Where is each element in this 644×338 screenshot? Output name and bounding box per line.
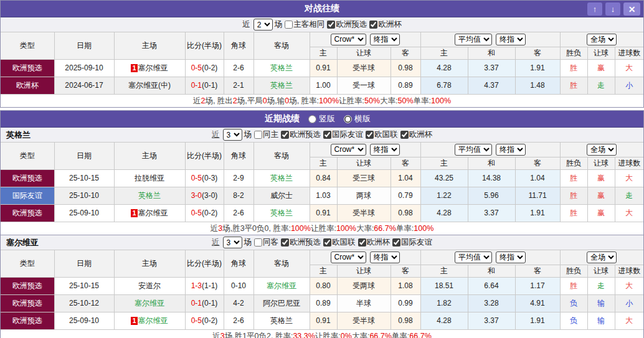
scope-select[interactable]: 全场 xyxy=(587,251,617,263)
team-name: 拉脱维亚 xyxy=(135,174,164,182)
team-name: 塞尔维亚 xyxy=(138,209,168,217)
column-header: 类型 xyxy=(1,250,54,277)
filter-checkbox-item[interactable]: 欧洲杯 xyxy=(400,129,433,140)
away-odds-cell: 0.99 xyxy=(391,294,420,312)
layout-radio-vertical[interactable]: 竖版 xyxy=(308,113,335,124)
bookmaker-select[interactable]: Crow* xyxy=(331,34,366,45)
checkbox-icon[interactable] xyxy=(369,21,377,29)
stage-select[interactable]: 终指 xyxy=(370,251,400,263)
checkbox-icon[interactable] xyxy=(392,238,400,246)
summary-segment: 场,输 xyxy=(267,96,285,106)
column-subheader: 主 xyxy=(420,265,468,277)
date-cell: 25-10-15 xyxy=(54,277,114,294)
average-select[interactable]: 平均值 xyxy=(455,251,492,263)
window-buttons: ↑↓✕ xyxy=(587,2,640,16)
match-count-select[interactable]: 3 xyxy=(223,237,242,248)
dropdown-group-cell: 全场 xyxy=(560,32,643,47)
result-goals-cell: 小 xyxy=(615,294,643,312)
checkbox-icon[interactable] xyxy=(366,131,374,139)
filter-checkbox-item[interactable]: 欧国联 xyxy=(366,129,398,140)
summary-segment: 大率: xyxy=(352,331,369,338)
checkbox-icon[interactable] xyxy=(281,131,289,139)
filter-checkbox-item[interactable]: 欧洲杯 xyxy=(358,237,391,248)
corner-cell: 2-6 xyxy=(224,204,253,222)
filter-checkbox-item[interactable]: 同主 xyxy=(254,129,278,140)
filter-checkbox-label: 国际友谊 xyxy=(401,237,432,248)
checkbox-icon[interactable] xyxy=(358,238,366,246)
home-odds-cell: 0.89 xyxy=(310,294,337,312)
checkbox-icon[interactable] xyxy=(254,131,262,139)
stage-select[interactable]: 终指 xyxy=(496,144,526,156)
corner-cell: 0-10 xyxy=(224,277,253,294)
stage-select[interactable]: 终指 xyxy=(496,251,526,263)
avg-draw-cell: 3.28 xyxy=(468,294,515,312)
filter-checkbox-item[interactable]: 欧洲预选 xyxy=(281,237,321,248)
checkbox-icon[interactable] xyxy=(400,131,409,139)
home-team-cell: 拉脱维亚 xyxy=(114,169,185,187)
radio-icon[interactable] xyxy=(308,115,316,123)
checkbox-icon[interactable] xyxy=(323,131,331,139)
result-wdl-cell: 负 xyxy=(560,294,587,312)
column-subheader: 和 xyxy=(468,157,515,169)
checkbox-icon[interactable] xyxy=(281,238,289,246)
avg-home-cell: 1.22 xyxy=(420,187,468,204)
close-button[interactable]: ✕ xyxy=(623,2,640,16)
score-cell: 0-1(0-1) xyxy=(185,77,224,94)
home-team-cell: 英格兰 xyxy=(114,187,185,204)
filter-checkbox-item[interactable]: 欧洲杯 xyxy=(369,19,402,30)
home-team-cell: 1塞尔维亚 xyxy=(114,312,185,329)
table-row: 欧洲预选25-09-101塞尔维亚0-5(0-2)2-6英格兰0.91受半球0.… xyxy=(1,312,643,329)
team-name: 英格兰 xyxy=(138,191,161,200)
near-label[interactable]: 近 xyxy=(212,129,220,140)
scope-select[interactable]: 全场 xyxy=(587,34,617,45)
near-label[interactable]: 近 xyxy=(212,237,220,248)
filter-checkbox-item[interactable]: 欧洲预选 xyxy=(327,19,367,30)
move-down-button[interactable]: ↓ xyxy=(605,2,620,16)
result-goals-cell: 走 xyxy=(615,187,643,204)
summary-segment: 66.7% xyxy=(374,224,395,233)
match-count-select[interactable]: 2 xyxy=(253,19,273,31)
checkbox-icon[interactable] xyxy=(254,238,262,246)
filter-checkbox-item[interactable]: 欧国联 xyxy=(323,237,356,248)
scope-select[interactable]: 全场 xyxy=(587,144,617,156)
result-handicap-cell: 走 xyxy=(587,77,615,94)
avg-draw-cell: 6.64 xyxy=(468,277,515,294)
match-count-select[interactable]: 3 xyxy=(223,129,242,141)
table-row: 欧洲预选25-09-101塞尔维亚0-5(0-2)2-6英格兰0.91受半球0.… xyxy=(1,204,643,222)
away-odds-cell: 1.08 xyxy=(391,277,420,294)
home-team-cell: 塞尔维亚(中) xyxy=(114,77,185,94)
serbia-subsection: 塞尔维亚近3场同客欧洲预选欧国联欧洲杯国际友谊 类型日期主场比分(半场)角球客场… xyxy=(1,235,643,338)
filter-checkbox-item[interactable]: 同客 xyxy=(254,237,278,248)
summary-segment: 单率: xyxy=(396,223,414,234)
date-cell: 25-09-10 xyxy=(54,312,114,329)
layout-radio-horizontal[interactable]: 横版 xyxy=(344,113,371,124)
avg-home-cell: 18.51 xyxy=(420,277,468,294)
filter-checkbox-item[interactable]: 国际友谊 xyxy=(392,237,432,248)
bookmaker-select[interactable]: Crow* xyxy=(331,251,366,263)
radio-icon[interactable] xyxy=(344,115,352,123)
home-team-cell: 1塞尔维亚 xyxy=(114,204,185,222)
column-header: 比分(半场) xyxy=(185,143,224,169)
checkbox-icon[interactable] xyxy=(327,21,335,29)
stage-select[interactable]: 终指 xyxy=(370,144,400,156)
summary-segment: 100% xyxy=(319,96,339,105)
filter-checkbox-label: 欧洲杯 xyxy=(378,19,402,30)
summary-segment: 50% xyxy=(398,96,414,105)
bookmaker-select[interactable]: Crow* xyxy=(331,144,366,156)
away-team-cell: 阿尔巴尼亚 xyxy=(253,294,310,312)
filter-checkbox-item[interactable]: 欧洲预选 xyxy=(281,129,321,140)
stage-select[interactable]: 终指 xyxy=(496,34,526,45)
column-header: 客场 xyxy=(253,143,310,169)
average-select[interactable]: 平均值 xyxy=(455,34,492,45)
filter-checkbox-item[interactable]: 主客相同 xyxy=(285,19,324,30)
rank-badge: 1 xyxy=(131,64,137,72)
average-select[interactable]: 平均值 xyxy=(455,144,492,156)
checkbox-icon[interactable] xyxy=(323,238,331,246)
h2h-titlebar: 对战往绩 ↑↓✕ xyxy=(1,1,643,17)
checkbox-icon[interactable] xyxy=(285,21,293,29)
filter-checkbox-item[interactable]: 国际友谊 xyxy=(323,129,363,140)
stage-select[interactable]: 终指 xyxy=(370,34,400,45)
h2h-summary-line: 近 2 场, 胜出 2 场,平局 0 场,输 0 场, 胜率: 100% 让胜率… xyxy=(1,94,643,107)
move-up-button[interactable]: ↑ xyxy=(587,2,602,16)
handicap-cell: 两球 xyxy=(337,187,391,204)
